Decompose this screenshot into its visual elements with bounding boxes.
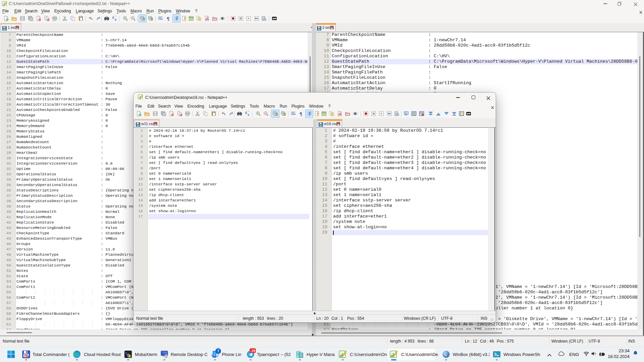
svg-text:a: a <box>115 18 117 21</box>
svg-text:M: M <box>273 17 275 20</box>
svg-text:1: 1 <box>405 112 407 115</box>
svg-text:¶: ¶ <box>300 111 302 117</box>
svg-text:¶: ¶ <box>167 16 169 21</box>
svg-text:a: a <box>248 113 250 116</box>
svg-text:b: b <box>245 111 247 115</box>
svg-text:b: b <box>112 16 114 19</box>
svg-text:M: M <box>467 112 469 115</box>
